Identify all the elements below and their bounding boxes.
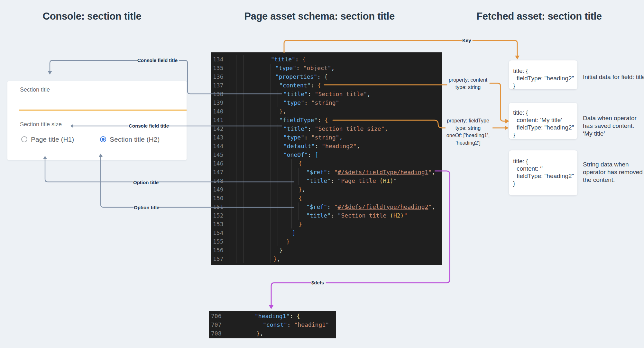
code-line-135: 135"type": "object", [211,64,442,72]
indent-guide [243,176,244,185]
code-text: "title": "Page title (H1)" [306,176,397,185]
indent-guide [271,246,271,254]
code-line-708: 708}, [209,329,336,338]
line-number: 138 [213,90,224,98]
code-token: } [256,330,260,337]
indent-guide [257,64,257,72]
code-token: " [428,169,432,175]
indent-guide [264,228,264,237]
code-line-142: 142"title": "Section title size", [211,124,442,133]
code-text: } [299,220,302,228]
key-line-right [473,40,517,56]
indent-guide [264,98,264,107]
line-number: 137 [213,81,224,90]
indent-guide [278,185,278,194]
indent-guide [236,72,236,81]
line-number: 134 [213,55,224,64]
code-token: , [331,65,335,71]
line-number: 143 [213,133,224,142]
code-text: "title": { [271,55,306,64]
property-annotation-line: type: string [441,124,495,132]
code-text: "title": "Section title", [283,90,371,98]
indent-guide [264,142,264,150]
indent-guide [278,237,278,246]
property-annotation-line: property: content [444,76,492,84]
code-line-151: 151"$ref": "#/$defs/fieldType/heading2", [211,202,442,211]
indent-guide [250,228,250,237]
line-number: 156 [213,246,224,254]
code-token: (H2) [390,212,404,219]
indent-guide [236,254,236,263]
card-caption-line: String data when [583,161,644,168]
indent-guide [250,320,250,329]
indent-guide [236,64,236,72]
code-token: "oneOf" [283,151,308,158]
code-line-145: 145"oneOf": [ [211,150,442,159]
indent-guide [229,168,229,176]
fetched-removed-content-card: title: {content: ‘’fieldType: "heading2"… [509,150,577,195]
indent-guide [285,185,285,194]
indent-guide [229,133,229,142]
property-fieldtype-annotation: property: fieldTypetype: stringoneOf: [‘… [441,117,495,147]
indent-guide [229,98,229,107]
indent-guide [278,98,278,107]
indent-guide [264,150,264,159]
indent-guide [257,220,257,228]
property-annotation-line: property: fieldType [441,117,495,124]
indent-guide [250,124,250,133]
line-number: 146 [213,159,224,168]
indent-guide [250,312,250,320]
code-token: : [327,203,334,210]
card-caption-line: Initial data for field: title [583,73,644,81]
indent-guide [250,55,250,64]
code-token: { [299,195,302,201]
indent-guide [264,107,264,116]
code-line-141: 141"fieldType": { [211,116,442,124]
code-line-156: 156} [211,246,442,254]
code-line-155: 155} [211,237,442,246]
section-title-input[interactable] [19,94,187,110]
code-text: "properties": { [275,72,328,81]
indent-guide [250,116,250,124]
indent-guide [264,116,264,124]
code-token: "title" [306,177,331,184]
indent-guide [250,202,250,211]
radio-selected-icon[interactable] [100,136,106,142]
indent-guide [229,211,229,220]
code-token: "$ref" [306,169,327,175]
radio-unselected-icon[interactable] [21,136,27,142]
indent-guide [250,237,250,246]
indent-guide [250,90,250,98]
console-field-title-annotation-2: Console field title [129,123,169,129]
indent-guide [243,133,244,142]
code-text: "title": "Section title (H2)" [306,211,407,220]
indent-guide [257,98,257,107]
indent-guide [257,159,257,168]
indent-guide [271,168,271,176]
code-line-157: 157}, [211,254,442,263]
code-text: ] [292,228,296,237]
indent-guide [271,124,271,133]
line-number: 152 [213,211,224,220]
code-token: , [367,91,371,97]
indent-guide [229,81,229,90]
indent-guide [271,107,271,116]
indent-guide [236,168,236,176]
indent-guide [236,185,236,194]
code-token: "title" [306,212,331,219]
indent-guide [299,176,299,185]
indent-guide [278,150,278,159]
indent-guide [236,194,236,202]
indent-guide [243,107,244,116]
indent-guide [264,133,264,142]
line-number: 147 [213,168,224,176]
code-token: "string" [311,134,339,141]
line-number: 151 [213,202,224,211]
line-number: 148 [213,176,224,185]
indent-guide [299,202,299,211]
line-number: 155 [213,237,224,246]
indent-guide [264,81,264,90]
fetched-saved-data-caption: Data when operatorhas saved content:‘My … [583,114,644,138]
indent-guide [278,124,278,133]
indent-guide [236,107,236,116]
